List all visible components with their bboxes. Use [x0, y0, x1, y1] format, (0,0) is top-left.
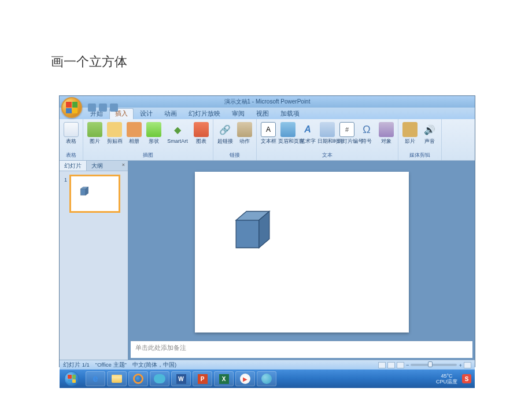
ribbon-picture-button[interactable]: 图片	[86, 122, 104, 144]
taskbar-app-button[interactable]	[257, 371, 276, 386]
view-slideshow-button[interactable]	[397, 362, 404, 368]
album-icon	[127, 122, 142, 137]
taskbar-excel-button[interactable]: X	[214, 371, 234, 386]
ribbon-wordart-button[interactable]: A艺术字	[299, 122, 316, 144]
taskbar-cloud-button[interactable]	[150, 371, 169, 386]
window-title: 演示文稿1 - Microsoft PowerPoint	[224, 98, 311, 106]
start-button[interactable]	[60, 370, 84, 388]
word-icon: W	[176, 374, 186, 384]
shapes-icon	[146, 122, 161, 137]
cube-thumbnail-icon	[78, 185, 91, 198]
svg-marker-4	[236, 220, 259, 247]
ribbon-tabs: 开始 插入 设计 动画 幻灯片放映 审阅 视图 加载项	[60, 108, 475, 119]
ribbon-action-button[interactable]: 动作	[236, 122, 253, 144]
workspace: 幻灯片 大纲 × 1	[60, 161, 475, 360]
tab-slideshow[interactable]: 幻灯片放映	[183, 109, 226, 119]
notes-pane[interactable]: 单击此处添加备注	[131, 341, 472, 358]
firefox-icon	[133, 374, 143, 384]
tab-animations[interactable]: 动画	[159, 109, 182, 119]
clipart-icon	[107, 122, 122, 137]
ribbon-shapes-button[interactable]: 形状	[145, 122, 162, 144]
ribbon-clipart-button[interactable]: 剪贴画	[106, 122, 123, 144]
play-icon: ▶	[240, 374, 250, 384]
sogou-ime-icon[interactable]: S	[462, 374, 471, 383]
windows-taskbar: e W P X ▶ 45°C CPU温度 S	[60, 370, 475, 388]
zoom-out-button[interactable]: −	[406, 362, 409, 368]
thumbnail-list: 1	[60, 171, 128, 360]
outline-panel: 幻灯片 大纲 × 1	[60, 161, 128, 360]
windows-logo-icon	[64, 371, 79, 386]
taskbar-mediaplayer-button[interactable]: ▶	[235, 371, 255, 386]
object-icon	[379, 122, 394, 137]
tab-design[interactable]: 设计	[135, 109, 158, 119]
ribbon-headerfooter-button[interactable]: 页眉和页脚	[279, 122, 297, 144]
hyperlink-icon: 🔗	[217, 122, 232, 137]
smartart-icon: ◆	[170, 122, 185, 137]
datetime-icon	[320, 122, 335, 137]
status-slide-count: 幻灯片 1/1	[63, 361, 90, 369]
ribbon-table-button[interactable]: 表格	[62, 122, 80, 144]
outline-tabs: 幻灯片 大纲 ×	[60, 161, 128, 171]
status-theme: "Office 主题"	[95, 361, 127, 369]
ribbon-textbox-button[interactable]: A文本框	[260, 122, 277, 144]
cpu-temp-widget[interactable]: 45°C CPU温度	[436, 373, 457, 385]
status-language[interactable]: 中文(简体，中国)	[132, 361, 176, 369]
zoom-in-button[interactable]: +	[459, 362, 462, 368]
taskbar-ie-button[interactable]: e	[86, 371, 105, 386]
slide-viewport[interactable]	[128, 161, 475, 341]
quick-access-toolbar	[88, 104, 118, 112]
picture-icon	[87, 122, 102, 137]
ribbon-object-button[interactable]: 对象	[378, 122, 395, 144]
fit-to-window-button[interactable]	[464, 362, 471, 368]
cube-shape[interactable]	[227, 204, 279, 256]
ribbon-hyperlink-button[interactable]: 🔗超链接	[216, 122, 234, 144]
status-bar: 幻灯片 1/1 "Office 主题" 中文(简体，中国) − +	[60, 360, 475, 370]
taskbar-word-button[interactable]: W	[171, 371, 191, 386]
powerpoint-window: 演示文稿1 - Microsoft PowerPoint 开始 插入 设计 动画…	[59, 95, 475, 367]
tab-addins[interactable]: 加载项	[275, 109, 305, 119]
tab-review[interactable]: 审阅	[227, 109, 250, 119]
sound-icon: 🔊	[422, 122, 437, 137]
view-normal-button[interactable]	[378, 362, 386, 368]
zoom-handle[interactable]	[428, 361, 433, 367]
ribbon: 表格 表格 图片 剪贴画 相册 形状 ◆SmartArt 图表 插图 🔗超链接 …	[60, 119, 475, 161]
outline-tab-slides[interactable]: 幻灯片	[60, 161, 87, 171]
slide-canvas[interactable]	[195, 172, 409, 332]
ribbon-group-illustrations: 图片 剪贴画 相册 形状 ◆SmartArt 图表 插图	[83, 119, 213, 160]
ribbon-symbol-button[interactable]: Ω符号	[358, 122, 375, 144]
qat-redo-button[interactable]	[110, 104, 118, 112]
ribbon-movie-button[interactable]: 影片	[401, 122, 419, 144]
ribbon-group-tables: 表格 表格	[60, 119, 83, 160]
ribbon-chart-button[interactable]: 图表	[193, 122, 210, 144]
ribbon-album-button[interactable]: 相册	[125, 122, 143, 144]
zoom-slider[interactable]	[411, 364, 457, 366]
page-title: 画一个立方体	[51, 53, 127, 71]
ribbon-slidenum-button[interactable]: #幻灯片编号	[338, 122, 356, 144]
ribbon-datetime-button[interactable]: 日期和时间	[319, 122, 336, 144]
view-sorter-button[interactable]	[387, 362, 395, 368]
qat-undo-button[interactable]	[99, 104, 107, 112]
outline-tab-outline[interactable]: 大纲	[87, 161, 108, 171]
ribbon-group-links: 🔗超链接 动作 链接	[213, 119, 257, 160]
ribbon-smartart-button[interactable]: ◆SmartArt	[165, 122, 190, 144]
svg-marker-1	[80, 189, 86, 195]
excel-icon: X	[219, 374, 229, 384]
slide-thumbnail-1[interactable]	[69, 175, 120, 213]
headerfooter-icon	[280, 122, 295, 137]
ribbon-sound-button[interactable]: 🔊声音	[421, 122, 438, 144]
taskbar-powerpoint-button[interactable]: P	[193, 371, 212, 386]
qat-save-button[interactable]	[88, 104, 96, 112]
taskbar-explorer-button[interactable]	[107, 371, 127, 386]
action-icon	[237, 122, 252, 137]
office-logo-icon	[66, 102, 77, 113]
table-icon	[64, 122, 79, 137]
system-tray: 45°C CPU温度 S	[436, 373, 475, 385]
chart-icon	[194, 122, 209, 137]
outline-close-button[interactable]: ×	[119, 161, 128, 171]
taskbar-firefox-button[interactable]	[128, 371, 148, 386]
tab-view[interactable]: 视图	[251, 109, 274, 119]
office-button[interactable]	[61, 97, 82, 118]
cloud-icon	[154, 374, 165, 383]
title-bar: 演示文稿1 - Microsoft PowerPoint	[60, 96, 475, 108]
folder-icon	[112, 375, 122, 383]
